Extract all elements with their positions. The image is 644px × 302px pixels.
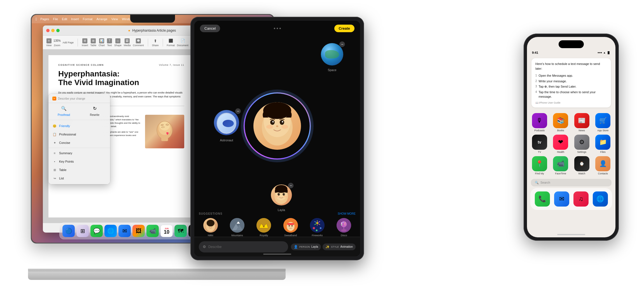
space-remove-btn[interactable]: − bbox=[339, 41, 345, 47]
suggestion-disco[interactable]: Disco bbox=[337, 218, 351, 237]
wt-describe-input[interactable]: ✏ Describe your change bbox=[52, 97, 106, 100]
menu-pages[interactable]: Pages bbox=[40, 17, 49, 21]
toolbar-share-btn[interactable]: ⬆ Share bbox=[152, 38, 159, 47]
app-findmy-wrapper: 📍 Find My bbox=[530, 156, 549, 175]
toolbar-document-btn[interactable]: 📄 Document bbox=[177, 38, 188, 47]
minimize-button[interactable] bbox=[51, 29, 55, 32]
wt-option-table[interactable]: ⊞ Table bbox=[48, 166, 110, 174]
dock-launchpad[interactable]: ⊞ bbox=[76, 225, 89, 237]
wt-tab-rewrite[interactable]: ↻ Rewrite bbox=[79, 103, 110, 120]
app-books[interactable]: 📚 bbox=[553, 113, 568, 128]
toolbar-addpage-btn[interactable]: Add Page bbox=[62, 41, 74, 44]
app-contacts[interactable]: 👤 bbox=[595, 156, 610, 171]
astronaut-remove-btn[interactable]: − bbox=[235, 108, 241, 114]
dock-facetime[interactable]: 📹 bbox=[146, 225, 159, 237]
fullscreen-button[interactable] bbox=[56, 29, 60, 32]
dock-finder[interactable]: 🔵 bbox=[62, 225, 75, 237]
menu-items: Pages File Edit Insert Format Arrange Vi… bbox=[40, 17, 143, 21]
menu-insert[interactable]: Insert bbox=[71, 17, 79, 21]
dock-calendar[interactable]: JUN10 bbox=[160, 225, 173, 237]
wt-option-list[interactable]: ≔ List bbox=[48, 174, 110, 182]
toolbar-media-btn[interactable]: 🖼 Media bbox=[124, 38, 131, 47]
apple-menu-icon[interactable]:  bbox=[36, 17, 37, 21]
app-files[interactable]: 📁 bbox=[595, 135, 610, 150]
menu-arrange[interactable]: Arrange bbox=[96, 17, 107, 21]
close-button[interactable] bbox=[46, 29, 50, 32]
svg-point-46 bbox=[313, 227, 315, 229]
suggestion-sweatband[interactable]: Sweatband bbox=[283, 218, 298, 237]
app-tv[interactable]: tv bbox=[532, 135, 547, 150]
dock-mail[interactable]: ✉ bbox=[554, 191, 569, 207]
chat-source: 📖 iPhone User Guide bbox=[535, 101, 607, 104]
app-health[interactable]: ❤ bbox=[553, 135, 568, 150]
wt-option-concise[interactable]: ✦ Concise bbox=[48, 139, 110, 147]
toolbar-comment-btn[interactable]: 💬 Comment bbox=[133, 38, 144, 47]
suggestion-mountains[interactable]: Mountains bbox=[230, 218, 244, 237]
app-watch[interactable]: ⌚ bbox=[574, 156, 589, 171]
space-continent bbox=[325, 50, 339, 58]
style-tag[interactable]: ✨ STYLE Animation bbox=[323, 244, 356, 250]
svg-rect-53 bbox=[344, 223, 346, 224]
app-settings[interactable]: ⚙ bbox=[574, 135, 589, 150]
wt-option-professional[interactable]: 📋 Professional bbox=[48, 130, 110, 139]
toolbar-chart-btn[interactable]: 📊 Chart bbox=[99, 38, 105, 47]
list-icon: ≔ bbox=[52, 176, 57, 181]
format-icon: ⬛ bbox=[168, 38, 173, 43]
pages-window-title: ● Hyperphantasia Article.pages bbox=[128, 29, 176, 32]
wt-options-list: 😊 Friendly 📋 Professional ✦ bbox=[48, 120, 110, 184]
menu-format[interactable]: Format bbox=[83, 17, 93, 21]
ipad-describe-field[interactable]: ⚙ Describe bbox=[199, 241, 288, 252]
toolbar-table-btn[interactable]: ⊞ Table bbox=[90, 38, 96, 47]
dock-safari[interactable]: 🌐 bbox=[593, 191, 608, 207]
wt-option-summary[interactable]: ≡ Summary bbox=[48, 149, 110, 157]
person-tag[interactable]: 👤 PERSON Layla bbox=[291, 244, 321, 250]
doc-title: Hyperphantasia: The Vivid Imagination bbox=[58, 70, 184, 87]
layla-remove-btn[interactable]: − bbox=[288, 183, 294, 188]
toolbar-zoom-btn[interactable]: 135% Zoom bbox=[54, 38, 60, 47]
svg-point-48 bbox=[316, 230, 318, 231]
ipad-canvas: − Astronaut bbox=[194, 35, 360, 217]
wt-option-keypoints[interactable]: • Key Points bbox=[48, 157, 110, 166]
launchpad-icon: ⊞ bbox=[76, 225, 89, 237]
wt-tab-proofread[interactable]: 🔍 Proofread bbox=[48, 103, 79, 120]
disco-avatar bbox=[337, 218, 351, 233]
dock-phone[interactable]: 📞 bbox=[535, 191, 550, 207]
app-appstore[interactable]: 🛒 bbox=[595, 113, 610, 128]
dock-safari[interactable]: 🌐 bbox=[104, 225, 117, 237]
toolbar-view-btn[interactable]: ⊟ View bbox=[46, 38, 52, 47]
dock-maps[interactable]: 🗺 bbox=[174, 225, 187, 237]
menu-file[interactable]: File bbox=[53, 17, 58, 21]
dock-mail[interactable]: ✉ bbox=[118, 225, 131, 237]
suggestion-nikki[interactable]: Nikki bbox=[203, 218, 218, 237]
wt-header: ✏ Describe your change bbox=[48, 94, 110, 103]
toolbar-format-btn[interactable]: ⬛ Format bbox=[167, 38, 175, 47]
space-globe bbox=[321, 43, 343, 65]
toolbar-shape-btn[interactable]: ◇ Shape bbox=[114, 38, 122, 47]
dock-messages[interactable]: 💬 bbox=[90, 225, 103, 237]
app-tv-label: TV bbox=[538, 151, 541, 153]
show-more-button[interactable]: SHOW MORE bbox=[338, 212, 356, 215]
suggestion-fireworks[interactable]: Fireworks bbox=[310, 218, 325, 237]
wifi-icon: ▲ bbox=[603, 51, 606, 54]
macbook-bottom bbox=[28, 271, 286, 280]
app-podcasts[interactable]: 🎙 bbox=[532, 113, 547, 128]
toolbar-insert-btn[interactable]: ⊞ Insert bbox=[82, 38, 88, 47]
ipad-create-button[interactable]: Create bbox=[334, 25, 354, 32]
ipad-cancel-button[interactable]: Cancel bbox=[200, 25, 220, 32]
dock-music[interactable]: ♫ bbox=[573, 191, 589, 207]
iphone-search-bar[interactable]: 🔍 Search bbox=[531, 179, 612, 186]
app-facetime[interactable]: 📹 bbox=[553, 156, 568, 171]
app-watch-wrapper: ⌚ Watch bbox=[573, 156, 591, 175]
app-findmy[interactable]: 📍 bbox=[532, 156, 547, 171]
wt-option-friendly[interactable]: 😊 Friendly bbox=[48, 122, 110, 130]
ipad-dots bbox=[274, 28, 281, 29]
toolbar-text-btn[interactable]: T Text bbox=[107, 38, 112, 47]
suggestion-royalty[interactable]: Royalty bbox=[256, 218, 271, 237]
dock-photos[interactable]: 🖼 bbox=[132, 225, 145, 237]
step-text-3: Tap ⊕, then tap Send Later. bbox=[539, 84, 577, 89]
mountains-avatar bbox=[230, 218, 244, 233]
menu-edit[interactable]: Edit bbox=[62, 17, 67, 21]
app-news[interactable]: 📰 bbox=[574, 113, 589, 128]
menu-view[interactable]: View bbox=[111, 17, 118, 21]
svg-point-31 bbox=[256, 218, 271, 233]
